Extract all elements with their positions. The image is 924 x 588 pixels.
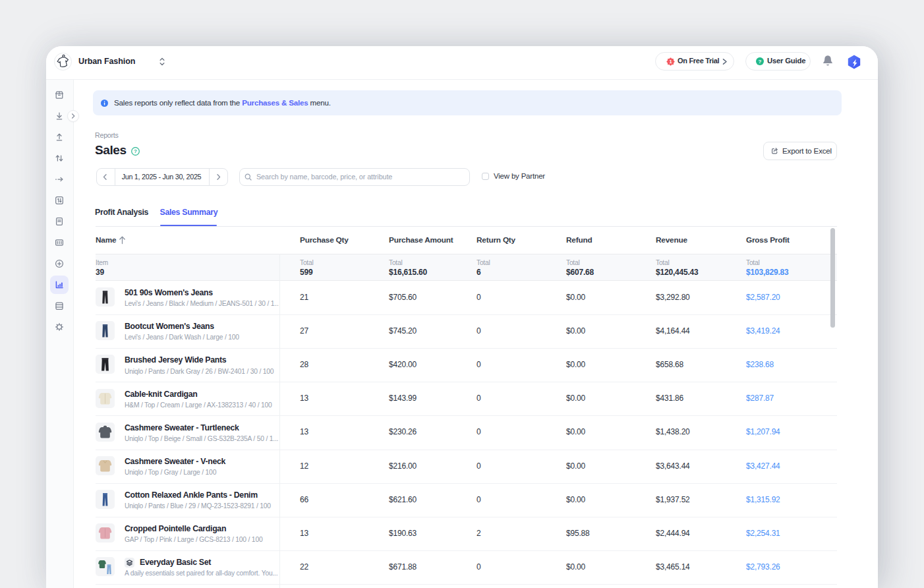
svg-text:?: ? (759, 59, 762, 65)
svg-text:?: ? (134, 148, 137, 154)
svg-text:1: 1 (669, 59, 672, 65)
